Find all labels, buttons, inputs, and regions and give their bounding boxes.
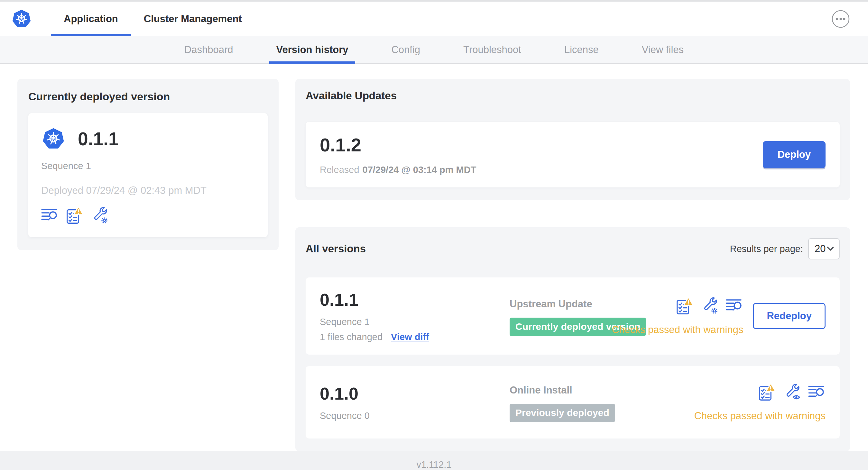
- subtab-view-files-label: View files: [642, 44, 684, 56]
- view-diff-link[interactable]: View diff: [391, 332, 429, 342]
- row-source-label: Upstream Update: [509, 298, 612, 310]
- currently-deployed-title: Currently deployed version: [28, 90, 268, 103]
- edit-config-icon[interactable]: [91, 207, 108, 224]
- subtab-troubleshoot-label: Troubleshoot: [463, 44, 521, 56]
- available-update-card: 0.1.2 Released07/29/24 @ 03:14 pm MDT De…: [306, 122, 840, 188]
- kubernetes-app-icon: [41, 127, 66, 151]
- chevron-down-icon: [827, 246, 834, 251]
- redeploy-button[interactable]: Redeploy: [753, 303, 826, 329]
- more-menu-button[interactable]: [831, 10, 850, 28]
- console-version: v1.112.1: [416, 459, 452, 470]
- results-per-page: Results per page: 20: [730, 238, 840, 260]
- primary-tabs: Application Cluster Management: [51, 2, 255, 36]
- deploy-button[interactable]: Deploy: [763, 141, 826, 168]
- row-sequence: Sequence 0: [320, 410, 509, 421]
- version-row-0-1-1: 0.1.1 Sequence 1 1 files changed View di…: [306, 277, 840, 355]
- release-notes-icon[interactable]: [808, 384, 826, 400]
- current-version-sequence: Sequence 1: [41, 161, 255, 171]
- row-version-number: 0.1.0: [320, 383, 509, 403]
- row-version-number: 0.1.1: [320, 290, 509, 310]
- subtab-dashboard-label: Dashboard: [184, 44, 233, 56]
- app-footer: v1.112.1: [0, 451, 868, 470]
- app-subnav: Dashboard Version history Config Trouble…: [0, 36, 868, 64]
- tab-cluster-management[interactable]: Cluster Management: [131, 2, 255, 36]
- update-version-number: 0.1.2: [320, 134, 476, 156]
- subtab-view-files[interactable]: View files: [640, 36, 686, 63]
- kots-admin-console: Application Cluster Management Dashboard…: [0, 0, 868, 470]
- preflight-checks-warning-icon[interactable]: [66, 206, 84, 224]
- tab-application[interactable]: Application: [51, 2, 131, 36]
- available-updates-title: Available Updates: [306, 90, 840, 102]
- status-badge-previously-deployed: Previously deployed: [509, 404, 615, 422]
- currently-deployed-panel: Currently deployed version 0.1.1 Sequenc…: [18, 79, 279, 250]
- row-source-label: Online Install: [509, 384, 694, 396]
- available-updates-panel: Available Updates 0.1.2 Released07/29/24…: [295, 79, 850, 200]
- results-per-page-label: Results per page:: [730, 244, 803, 254]
- subtab-dashboard[interactable]: Dashboard: [182, 36, 235, 63]
- ellipsis-icon: [831, 10, 850, 28]
- subtab-license-label: License: [564, 44, 599, 56]
- view-config-icon[interactable]: [784, 384, 800, 401]
- currently-deployed-card: 0.1.1 Sequence 1 Deployed 07/29/24 @ 02:…: [28, 113, 268, 237]
- released-prefix: Released: [320, 165, 359, 175]
- results-per-page-select[interactable]: 20: [808, 238, 840, 260]
- release-notes-icon[interactable]: [41, 208, 59, 223]
- preflight-status-text: Checks passed with warnings: [694, 410, 826, 422]
- row-sequence: Sequence 1: [320, 317, 509, 327]
- preflight-checks-warning-icon[interactable]: [676, 297, 694, 315]
- subtab-license[interactable]: License: [562, 36, 601, 63]
- tab-cluster-management-label: Cluster Management: [144, 13, 242, 25]
- main-content: Currently deployed version 0.1.1 Sequenc…: [0, 64, 868, 451]
- right-column: Available Updates 0.1.2 Released07/29/24…: [295, 79, 850, 451]
- current-version-deployed-at: Deployed 07/29/24 @ 02:43 pm MDT: [41, 185, 255, 196]
- preflight-checks-warning-icon[interactable]: [758, 383, 776, 401]
- tab-application-label: Application: [64, 13, 118, 25]
- version-row-0-1-0: 0.1.0 Sequence 0 Online Install Previous…: [306, 366, 840, 438]
- current-version-number: 0.1.1: [78, 128, 119, 149]
- results-per-page-value: 20: [815, 243, 826, 255]
- all-versions-panel: All versions Results per page: 20 0.1.1 …: [295, 227, 850, 451]
- update-released-line: Released07/29/24 @ 03:14 pm MDT: [320, 165, 476, 175]
- all-versions-title: All versions: [306, 243, 366, 255]
- release-notes-icon[interactable]: [726, 298, 743, 313]
- preflight-status-text: Checks passed with warnings: [612, 324, 743, 336]
- subtab-troubleshoot[interactable]: Troubleshoot: [461, 36, 523, 63]
- subtab-config[interactable]: Config: [389, 36, 422, 63]
- kubernetes-logo: [11, 8, 32, 30]
- released-date: 07/29/24 @ 03:14 pm MDT: [363, 165, 476, 175]
- app-header: Application Cluster Management: [0, 2, 868, 36]
- subtab-version-history-label: Version history: [276, 44, 348, 56]
- edit-config-icon[interactable]: [701, 297, 718, 314]
- subtab-version-history[interactable]: Version history: [274, 36, 350, 63]
- row-files-changed: 1 files changed: [320, 332, 382, 342]
- subtab-config-label: Config: [391, 44, 420, 56]
